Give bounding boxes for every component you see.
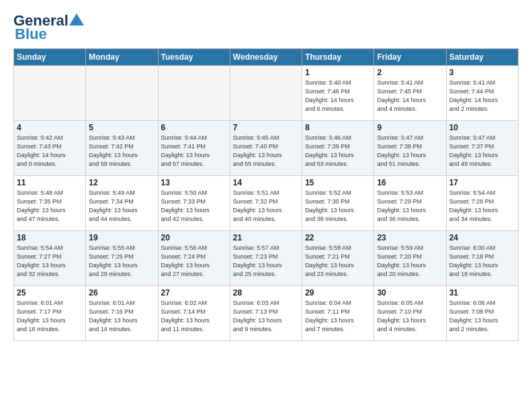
calendar-cell: 11Sunrise: 5:48 AM Sunset: 7:35 PM Dayli…: [14, 176, 86, 231]
calendar-table: SundayMondayTuesdayWednesdayThursdayFrid…: [13, 48, 519, 341]
week-row-1: 1Sunrise: 5:40 AM Sunset: 7:46 PM Daylig…: [14, 66, 519, 121]
logo-icon: [69, 12, 84, 27]
day-number: 3: [449, 68, 515, 77]
calendar-cell: 5Sunrise: 5:43 AM Sunset: 7:42 PM Daylig…: [86, 121, 158, 176]
day-info: Sunrise: 5:47 AM Sunset: 7:38 PM Dayligh…: [377, 134, 443, 169]
day-number: 16: [377, 178, 443, 187]
calendar-cell: 2Sunrise: 5:41 AM Sunset: 7:45 PM Daylig…: [374, 66, 446, 121]
calendar-cell: 12Sunrise: 5:49 AM Sunset: 7:34 PM Dayli…: [86, 176, 158, 231]
day-number: 25: [17, 288, 83, 298]
day-number: 11: [17, 178, 83, 187]
day-number: 5: [89, 123, 154, 132]
calendar-cell: 15Sunrise: 5:52 AM Sunset: 7:30 PM Dayli…: [302, 176, 374, 231]
day-info: Sunrise: 5:54 AM Sunset: 7:28 PM Dayligh…: [449, 189, 515, 224]
day-number: 18: [17, 233, 83, 242]
calendar-cell: [86, 66, 158, 121]
weekday-header-saturday: Saturday: [446, 49, 518, 66]
day-info: Sunrise: 5:44 AM Sunset: 7:41 PM Dayligh…: [161, 134, 227, 169]
calendar-cell: [230, 66, 302, 121]
calendar-cell: 30Sunrise: 6:05 AM Sunset: 7:10 PM Dayli…: [374, 286, 446, 341]
day-info: Sunrise: 6:01 AM Sunset: 7:16 PM Dayligh…: [89, 299, 154, 334]
weekday-header-wednesday: Wednesday: [230, 49, 302, 66]
day-info: Sunrise: 5:54 AM Sunset: 7:27 PM Dayligh…: [17, 244, 83, 279]
day-number: 8: [305, 123, 371, 132]
day-number: 19: [89, 233, 154, 242]
day-info: Sunrise: 5:58 AM Sunset: 7:21 PM Dayligh…: [305, 244, 371, 279]
week-row-5: 25Sunrise: 6:01 AM Sunset: 7:17 PM Dayli…: [14, 286, 519, 341]
day-number: 26: [89, 288, 154, 298]
calendar-cell: 10Sunrise: 5:47 AM Sunset: 7:37 PM Dayli…: [446, 121, 518, 176]
day-number: 23: [377, 233, 443, 242]
day-info: Sunrise: 5:56 AM Sunset: 7:24 PM Dayligh…: [161, 244, 227, 279]
day-info: Sunrise: 5:45 AM Sunset: 7:40 PM Dayligh…: [233, 134, 299, 169]
day-info: Sunrise: 5:42 AM Sunset: 7:43 PM Dayligh…: [17, 134, 83, 169]
day-number: 2: [377, 68, 443, 77]
day-info: Sunrise: 5:43 AM Sunset: 7:42 PM Dayligh…: [89, 134, 154, 169]
day-info: Sunrise: 5:40 AM Sunset: 7:46 PM Dayligh…: [305, 79, 371, 113]
day-number: 21: [233, 233, 299, 242]
day-number: 1: [305, 68, 371, 77]
weekday-header-friday: Friday: [374, 49, 446, 66]
day-info: Sunrise: 5:46 AM Sunset: 7:39 PM Dayligh…: [305, 134, 371, 169]
weekday-header-thursday: Thursday: [302, 49, 374, 66]
day-info: Sunrise: 6:02 AM Sunset: 7:14 PM Dayligh…: [161, 299, 227, 334]
week-row-4: 18Sunrise: 5:54 AM Sunset: 7:27 PM Dayli…: [14, 231, 519, 286]
calendar-cell: 1Sunrise: 5:40 AM Sunset: 7:46 PM Daylig…: [302, 66, 374, 121]
day-info: Sunrise: 5:41 AM Sunset: 7:44 PM Dayligh…: [449, 79, 515, 113]
day-number: 31: [449, 288, 515, 298]
day-number: 17: [449, 178, 515, 187]
page: General Blue SundayMondayTuesdayWednesda…: [0, 0, 532, 411]
day-number: 30: [377, 288, 443, 298]
weekday-header-monday: Monday: [86, 49, 158, 66]
calendar-cell: 31Sunrise: 6:06 AM Sunset: 7:08 PM Dayli…: [446, 286, 518, 341]
calendar-cell: 8Sunrise: 5:46 AM Sunset: 7:39 PM Daylig…: [302, 121, 374, 176]
calendar-cell: 14Sunrise: 5:51 AM Sunset: 7:32 PM Dayli…: [230, 176, 302, 231]
day-info: Sunrise: 5:48 AM Sunset: 7:35 PM Dayligh…: [17, 189, 83, 224]
day-number: 27: [161, 288, 227, 298]
week-row-3: 11Sunrise: 5:48 AM Sunset: 7:35 PM Dayli…: [14, 176, 519, 231]
day-number: 29: [305, 288, 371, 298]
day-info: Sunrise: 5:49 AM Sunset: 7:34 PM Dayligh…: [89, 189, 154, 224]
weekday-header-row: SundayMondayTuesdayWednesdayThursdayFrid…: [14, 49, 519, 66]
day-number: 6: [161, 123, 227, 132]
day-info: Sunrise: 6:06 AM Sunset: 7:08 PM Dayligh…: [449, 299, 515, 334]
calendar-cell: 21Sunrise: 5:57 AM Sunset: 7:23 PM Dayli…: [230, 231, 302, 286]
calendar-cell: 17Sunrise: 5:54 AM Sunset: 7:28 PM Dayli…: [446, 176, 518, 231]
day-number: 7: [233, 123, 299, 132]
day-number: 28: [233, 288, 299, 298]
calendar-cell: 25Sunrise: 6:01 AM Sunset: 7:17 PM Dayli…: [14, 286, 86, 341]
day-info: Sunrise: 5:59 AM Sunset: 7:20 PM Dayligh…: [377, 244, 443, 279]
calendar-cell: 26Sunrise: 6:01 AM Sunset: 7:16 PM Dayli…: [86, 286, 158, 341]
calendar-cell: 13Sunrise: 5:50 AM Sunset: 7:33 PM Dayli…: [158, 176, 230, 231]
calendar-cell: 24Sunrise: 6:00 AM Sunset: 7:18 PM Dayli…: [446, 231, 518, 286]
day-number: 13: [161, 178, 227, 187]
svg-marker-0: [69, 13, 84, 26]
calendar-cell: [14, 66, 86, 121]
calendar-cell: 9Sunrise: 5:47 AM Sunset: 7:38 PM Daylig…: [374, 121, 446, 176]
logo-blue: Blue: [15, 26, 47, 43]
day-number: 9: [377, 123, 443, 132]
day-info: Sunrise: 5:55 AM Sunset: 7:25 PM Dayligh…: [89, 244, 154, 279]
weekday-header-sunday: Sunday: [14, 49, 86, 66]
day-info: Sunrise: 5:57 AM Sunset: 7:23 PM Dayligh…: [233, 244, 299, 279]
calendar-cell: 27Sunrise: 6:02 AM Sunset: 7:14 PM Dayli…: [158, 286, 230, 341]
day-info: Sunrise: 5:52 AM Sunset: 7:30 PM Dayligh…: [305, 189, 371, 224]
calendar-cell: 18Sunrise: 5:54 AM Sunset: 7:27 PM Dayli…: [14, 231, 86, 286]
day-number: 20: [161, 233, 227, 242]
calendar-cell: 22Sunrise: 5:58 AM Sunset: 7:21 PM Dayli…: [302, 231, 374, 286]
day-number: 22: [305, 233, 371, 242]
calendar-cell: 7Sunrise: 5:45 AM Sunset: 7:40 PM Daylig…: [230, 121, 302, 176]
day-number: 10: [449, 123, 515, 132]
day-info: Sunrise: 5:50 AM Sunset: 7:33 PM Dayligh…: [161, 189, 227, 224]
day-info: Sunrise: 5:47 AM Sunset: 7:37 PM Dayligh…: [449, 134, 515, 169]
day-info: Sunrise: 6:03 AM Sunset: 7:13 PM Dayligh…: [233, 299, 299, 334]
day-number: 24: [449, 233, 515, 242]
day-number: 15: [305, 178, 371, 187]
calendar-cell: 3Sunrise: 5:41 AM Sunset: 7:44 PM Daylig…: [446, 66, 518, 121]
calendar-cell: 16Sunrise: 5:53 AM Sunset: 7:29 PM Dayli…: [374, 176, 446, 231]
day-info: Sunrise: 6:05 AM Sunset: 7:10 PM Dayligh…: [377, 299, 443, 334]
calendar-cell: 4Sunrise: 5:42 AM Sunset: 7:43 PM Daylig…: [14, 121, 86, 176]
logo: General Blue: [13, 12, 84, 43]
day-info: Sunrise: 6:00 AM Sunset: 7:18 PM Dayligh…: [449, 244, 515, 279]
calendar-cell: 28Sunrise: 6:03 AM Sunset: 7:13 PM Dayli…: [230, 286, 302, 341]
